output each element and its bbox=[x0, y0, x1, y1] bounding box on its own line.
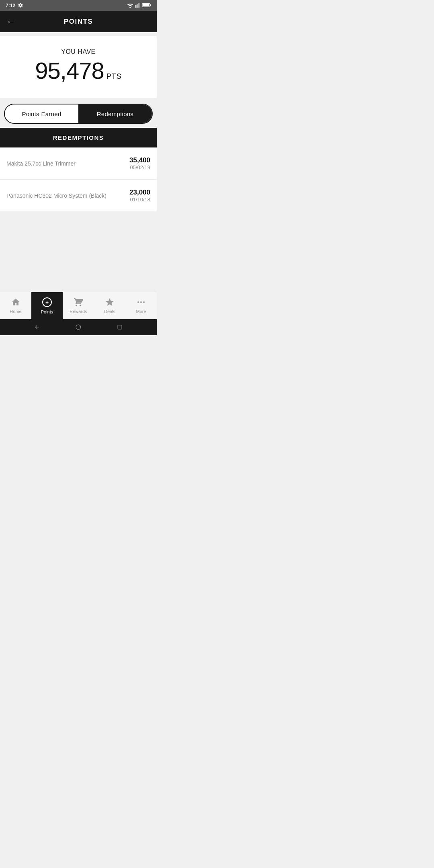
table-row: Panasonic HC302 Micro System (Black) 23,… bbox=[0, 180, 157, 211]
redemption-list: Makita 25.7cc Line Trimmer 35,400 05/02/… bbox=[0, 147, 157, 211]
svg-rect-13 bbox=[118, 325, 122, 329]
svg-point-9 bbox=[137, 301, 139, 303]
android-back-button[interactable] bbox=[33, 323, 41, 331]
svg-rect-3 bbox=[139, 3, 140, 8]
more-icon bbox=[136, 297, 146, 308]
item-date-2: 01/10/18 bbox=[129, 197, 150, 203]
gear-icon bbox=[18, 2, 23, 9]
item-points-2: 23,000 bbox=[129, 188, 150, 197]
content-spacer bbox=[0, 211, 157, 292]
status-left: 7:12 bbox=[6, 2, 23, 9]
item-date-1: 05/02/19 bbox=[129, 164, 150, 170]
svg-rect-1 bbox=[137, 4, 137, 7]
item-points-1: 35,400 bbox=[129, 156, 150, 164]
svg-rect-6 bbox=[143, 4, 149, 6]
svg-text:+: + bbox=[45, 299, 49, 305]
item-name-2: Panasonic HC302 Micro System (Black) bbox=[6, 192, 129, 199]
battery-icon bbox=[142, 3, 151, 9]
nav-item-deals[interactable]: Deals bbox=[94, 292, 125, 319]
rewards-icon bbox=[74, 297, 83, 308]
home-icon bbox=[11, 297, 20, 308]
bottom-nav: Home + Points Rewards Deals bbox=[0, 292, 157, 319]
nav-label-deals: Deals bbox=[104, 309, 115, 314]
app-header: ← POINTS bbox=[0, 11, 157, 32]
status-time: 7:12 bbox=[6, 3, 15, 8]
android-recent-button[interactable] bbox=[116, 323, 124, 331]
nav-item-points[interactable]: + Points bbox=[31, 292, 63, 319]
android-nav-bar bbox=[0, 319, 157, 335]
points-icon: + bbox=[42, 297, 52, 308]
item-right-1: 35,400 05/02/19 bbox=[129, 156, 150, 170]
status-bar: 7:12 bbox=[0, 0, 157, 11]
nav-label-more: More bbox=[136, 309, 146, 314]
svg-rect-5 bbox=[150, 4, 151, 6]
android-home-button[interactable] bbox=[74, 323, 82, 331]
svg-rect-0 bbox=[135, 5, 136, 8]
deals-icon bbox=[105, 297, 115, 308]
svg-point-11 bbox=[143, 301, 145, 303]
table-row: Makita 25.7cc Line Trimmer 35,400 05/02/… bbox=[0, 147, 157, 180]
page-title: POINTS bbox=[64, 18, 93, 26]
wifi-icon bbox=[127, 3, 133, 9]
svg-point-10 bbox=[140, 301, 142, 303]
item-name-1: Makita 25.7cc Line Trimmer bbox=[6, 160, 129, 167]
nav-item-home[interactable]: Home bbox=[0, 292, 31, 319]
status-right bbox=[127, 2, 151, 9]
tab-points-earned[interactable]: Points Earned bbox=[5, 104, 78, 123]
back-button[interactable]: ← bbox=[6, 16, 15, 27]
item-right-2: 23,000 01/10/18 bbox=[129, 188, 150, 203]
nav-label-home: Home bbox=[10, 309, 21, 314]
points-value-row: 95,478 PTS bbox=[35, 57, 121, 84]
nav-item-more[interactable]: More bbox=[125, 292, 157, 319]
you-have-label: YOU HAVE bbox=[61, 48, 96, 55]
nav-label-rewards: Rewards bbox=[70, 309, 87, 314]
section-header: REDEMPTIONS bbox=[0, 128, 157, 147]
nav-item-rewards[interactable]: Rewards bbox=[63, 292, 94, 319]
svg-point-12 bbox=[76, 325, 81, 330]
tab-redemptions[interactable]: Redemptions bbox=[78, 104, 152, 123]
pts-label: PTS bbox=[106, 72, 122, 81]
tab-toggle: Points Earned Redemptions bbox=[4, 104, 153, 124]
signal-icon bbox=[135, 2, 140, 9]
points-number: 95,478 bbox=[35, 57, 104, 84]
svg-rect-2 bbox=[138, 3, 139, 8]
points-summary: YOU HAVE 95,478 PTS bbox=[0, 36, 157, 98]
nav-label-points: Points bbox=[41, 309, 53, 314]
